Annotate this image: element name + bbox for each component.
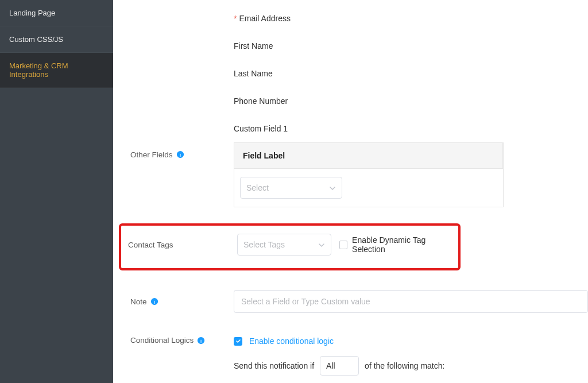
match-type-input[interactable]: All xyxy=(320,356,359,376)
sidebar-item-custom-css-js[interactable]: Custom CSS/JS xyxy=(0,26,113,53)
info-icon: i xyxy=(176,150,184,158)
contact-tags-select[interactable]: Select Tags xyxy=(237,234,331,256)
svg-text:i: i xyxy=(153,299,154,305)
field-custom-1: Custom Field 1 xyxy=(234,117,588,139)
contact-tags-highlight: Contact Tags Select Tags Enable Dynamic … xyxy=(119,223,461,270)
field-first-name: First Name xyxy=(234,34,588,62)
contact-tags-label: Contact Tags xyxy=(128,241,237,249)
field-phone: Phone Number xyxy=(234,90,588,117)
svg-text:i: i xyxy=(200,337,202,343)
dynamic-tag-label: Enable Dynamic Tag Selection xyxy=(352,235,451,254)
conditional-logics-label: Conditional Logics i xyxy=(130,336,234,345)
sidebar-item-landing-page[interactable]: Landing Page xyxy=(0,0,113,26)
enable-conditional-label: Enable conditional logic xyxy=(249,336,334,346)
sidebar-item-marketing-crm[interactable]: Marketing & CRM Integrations xyxy=(0,53,113,88)
required-star-icon: * xyxy=(234,14,237,23)
note-label: Note i xyxy=(130,297,234,306)
chevron-down-icon xyxy=(329,184,336,191)
svg-text:i: i xyxy=(179,152,180,158)
info-icon: i xyxy=(197,336,205,345)
field-label-select[interactable]: Select xyxy=(240,177,342,199)
dynamic-tag-checkbox[interactable] xyxy=(339,241,347,249)
main-content: Map Fields *Email Address First Name Las… xyxy=(113,0,588,383)
other-fields-label: Other Fields i xyxy=(130,142,234,159)
field-last-name: Last Name xyxy=(234,62,588,90)
info-icon: i xyxy=(150,297,158,305)
chevron-down-icon xyxy=(318,241,325,248)
th-field-label: Field Label xyxy=(234,143,503,169)
cond-sentence-suffix: of the following match: xyxy=(365,361,444,370)
sidebar: Landing Page Custom CSS/JS Marketing & C… xyxy=(0,0,113,383)
field-email: *Email Address xyxy=(234,0,588,34)
cond-sentence-prefix: Send this notification if xyxy=(234,361,314,370)
enable-conditional-checkbox[interactable] xyxy=(234,337,242,346)
note-input[interactable]: Select a Field or Type Custom value xyxy=(234,290,588,313)
